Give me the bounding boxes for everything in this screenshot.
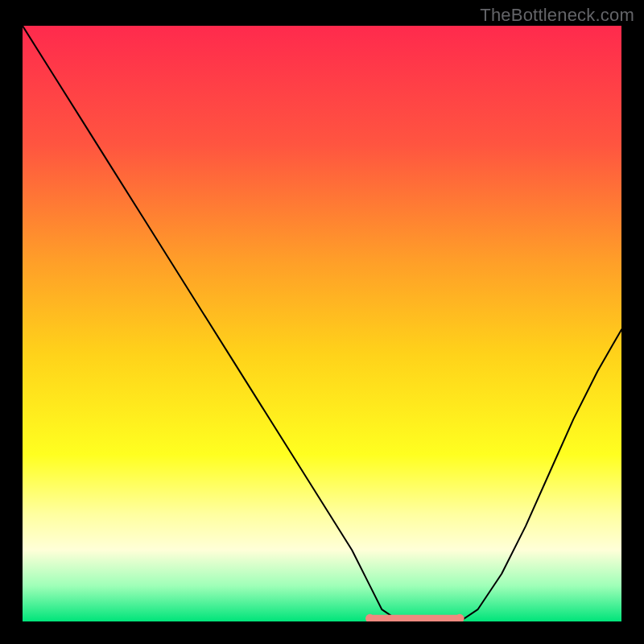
chart-container: TheBottleneck.com bbox=[0, 0, 644, 644]
optimal-range-marker bbox=[365, 614, 464, 621]
chart-svg bbox=[23, 26, 621, 621]
plot-area bbox=[23, 26, 621, 621]
watermark-text: TheBottleneck.com bbox=[480, 5, 634, 26]
gradient-background bbox=[23, 26, 621, 621]
